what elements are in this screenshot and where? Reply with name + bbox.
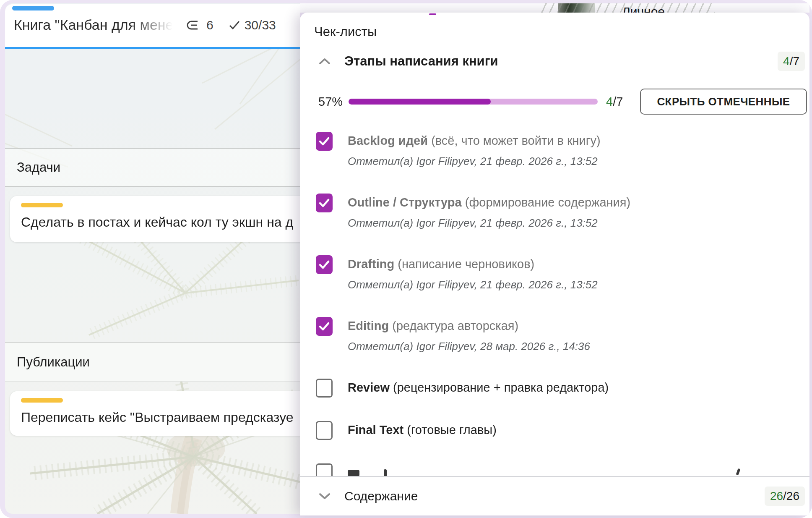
progress-bar	[349, 99, 598, 105]
checklist-group-header[interactable]: Этапы написания книги 4/7	[300, 50, 809, 73]
checklist-item: Editing (редактура авторская) Отметил(а)…	[316, 317, 809, 353]
card-sticker-yellow	[21, 203, 63, 207]
chevron-up-icon[interactable]	[318, 57, 331, 65]
link-icon	[187, 20, 202, 30]
checklist-item: Backlog идей (всё, что может войти в кни…	[316, 132, 809, 168]
check-icon	[318, 322, 330, 332]
checkbox-unchecked[interactable]	[316, 463, 333, 477]
board-card[interactable]: Сделать в постах и кейчас кол ту экшн на…	[10, 196, 300, 242]
section-label: Публикации	[17, 355, 90, 370]
checkbox-checked[interactable]	[316, 132, 333, 151]
card-title: Переписать кейс "Выстраиваем предсказуе	[21, 410, 300, 425]
checklist-item: Final Text (готовые главы)	[316, 421, 809, 440]
checked-by-meta: Отметил(а) Igor Filipyev, 28 мар. 2026 г…	[348, 340, 590, 353]
progress-row: 57% 4/7 СКРЫТЬ ОТМЕЧЕННЫЕ	[300, 88, 809, 115]
checklist-item-partial	[316, 463, 809, 477]
links-count: 6	[206, 18, 213, 32]
board-tab-title: Личное	[622, 5, 665, 13]
checked-by-meta: Отметил(а) Igor Filipyev, 21 февр. 2026 …	[348, 278, 598, 291]
card-title: Книга "Канбан для менед	[14, 17, 177, 33]
checkbox-checked[interactable]	[316, 255, 333, 274]
card-counters: 6 30/33	[187, 18, 287, 32]
clipped-text-fragment	[348, 470, 359, 476]
checklist-item: Drafting (написание черновиков) Отметил(…	[316, 255, 809, 291]
checklists-panel: Чек-листы Этапы написания книги 4/7 57% …	[300, 13, 809, 515]
checklist-item: Review (рецензирование + правка редактор…	[316, 379, 809, 398]
board-section-tasks[interactable]: Задачи	[5, 148, 300, 187]
card-title: Сделать в постах и кейчас кол ту экшн на…	[21, 215, 300, 230]
hide-checked-button[interactable]: СКРЫТЬ ОТМЕЧЕННЫЕ	[640, 89, 807, 115]
app-screen: Книга "Канбан для менед 6	[0, 0, 812, 518]
progress-percent: 57%	[318, 95, 349, 109]
progress-bar-fill	[349, 99, 491, 105]
card-selected-underline	[5, 47, 300, 49]
check-icon	[318, 136, 330, 147]
board-card-selected[interactable]: Книга "Канбан для менед 6	[5, 4, 300, 47]
checklist-group-title: Содержание	[344, 489, 418, 503]
card-sticker-blue	[12, 6, 54, 10]
checkbox-checked[interactable]	[316, 194, 333, 212]
card-sticker-yellow	[21, 398, 63, 403]
checklist-group-title: Этапы написания книги	[344, 54, 498, 69]
check-icon	[318, 198, 330, 208]
board-card[interactable]: Переписать кейс "Выстраиваем предсказуе	[10, 391, 300, 436]
board-header-band: Личное	[300, 3, 809, 13]
purple-sliver	[429, 13, 436, 15]
chevron-down-icon[interactable]	[318, 492, 331, 500]
board-section-publications[interactable]: Публикации	[5, 342, 300, 382]
checklist-group-header-collapsed[interactable]: Содержание 26/26	[300, 476, 809, 515]
checks-count: 30/33	[245, 18, 276, 32]
checklist-item: Outline / Структура (формирование содерж…	[316, 194, 809, 230]
progress-count: 4/7	[606, 95, 623, 109]
clipped-text-fragment	[736, 468, 740, 475]
checkbox-checked[interactable]	[316, 317, 333, 336]
checklist-items: Backlog идей (всё, что может войти в кни…	[300, 132, 809, 477]
kanban-board: Книга "Канбан для менед 6	[5, 3, 300, 514]
checked-by-meta: Отметил(а) Igor Filipyev, 21 февр. 2026 …	[348, 216, 630, 230]
check-icon	[318, 260, 330, 270]
checked-by-meta: Отметил(а) Igor Filipyev, 21 февр. 2026 …	[348, 154, 601, 168]
group-progress-badge: 26/26	[765, 487, 805, 506]
palm-background-image	[5, 3, 300, 514]
check-icon	[229, 20, 240, 30]
group-progress-badge: 4/7	[778, 52, 805, 71]
section-label: Задачи	[17, 160, 60, 175]
panel-title: Чек-листы	[314, 24, 809, 40]
checkbox-unchecked[interactable]	[316, 421, 333, 440]
checkbox-unchecked[interactable]	[316, 379, 333, 398]
